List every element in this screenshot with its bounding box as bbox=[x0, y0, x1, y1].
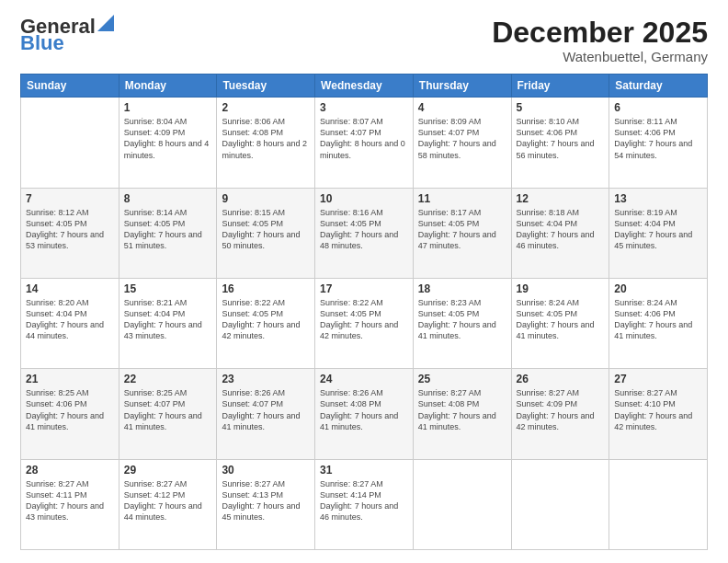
day-number: 14 bbox=[26, 282, 114, 295]
day-number: 18 bbox=[418, 282, 506, 295]
calendar-week-4: 21Sunrise: 8:25 AMSunset: 4:06 PMDayligh… bbox=[21, 369, 708, 459]
calendar-cell: 13Sunrise: 8:19 AMSunset: 4:04 PMDayligh… bbox=[609, 188, 708, 278]
calendar-cell: 15Sunrise: 8:21 AMSunset: 4:04 PMDayligh… bbox=[119, 278, 217, 368]
day-number: 28 bbox=[26, 464, 114, 477]
day-number: 17 bbox=[320, 282, 408, 295]
day-number: 22 bbox=[124, 373, 212, 385]
day-number: 21 bbox=[26, 373, 114, 385]
calendar-cell: 12Sunrise: 8:18 AMSunset: 4:04 PMDayligh… bbox=[511, 188, 609, 278]
day-number: 1 bbox=[124, 101, 212, 114]
calendar-cell: 30Sunrise: 8:27 AMSunset: 4:13 PMDayligh… bbox=[217, 459, 315, 549]
day-number: 20 bbox=[614, 282, 702, 295]
cell-info: Sunrise: 8:26 AMSunset: 4:08 PMDaylight:… bbox=[320, 387, 408, 432]
cell-info: Sunrise: 8:27 AMSunset: 4:08 PMDaylight:… bbox=[418, 387, 506, 432]
logo-icon bbox=[97, 15, 114, 31]
calendar-cell: 20Sunrise: 8:24 AMSunset: 4:06 PMDayligh… bbox=[609, 278, 708, 368]
cell-info: Sunrise: 8:24 AMSunset: 4:05 PMDaylight:… bbox=[517, 297, 605, 342]
cell-info: Sunrise: 8:20 AMSunset: 4:04 PMDaylight:… bbox=[26, 297, 114, 342]
calendar-cell: 4Sunrise: 8:09 AMSunset: 4:07 PMDaylight… bbox=[413, 98, 511, 188]
day-number: 29 bbox=[124, 464, 212, 477]
cell-info: Sunrise: 8:04 AMSunset: 4:09 PMDaylight:… bbox=[124, 116, 212, 161]
calendar-cell: 18Sunrise: 8:23 AMSunset: 4:05 PMDayligh… bbox=[413, 278, 511, 368]
col-saturday: Saturday bbox=[609, 75, 708, 98]
cell-info: Sunrise: 8:16 AMSunset: 4:05 PMDaylight:… bbox=[320, 207, 408, 252]
col-thursday: Thursday bbox=[413, 75, 511, 98]
logo: General Blue bbox=[20, 17, 114, 53]
cell-info: Sunrise: 8:27 AMSunset: 4:09 PMDaylight:… bbox=[517, 387, 605, 432]
header-right: December 2025 Watenbuettel, Germany bbox=[492, 17, 708, 64]
cell-info: Sunrise: 8:26 AMSunset: 4:07 PMDaylight:… bbox=[222, 387, 310, 432]
col-monday: Monday bbox=[119, 75, 217, 98]
calendar-cell: 16Sunrise: 8:22 AMSunset: 4:05 PMDayligh… bbox=[217, 278, 315, 368]
calendar-week-5: 28Sunrise: 8:27 AMSunset: 4:11 PMDayligh… bbox=[21, 459, 708, 549]
cell-info: Sunrise: 8:06 AMSunset: 4:08 PMDaylight:… bbox=[222, 116, 310, 161]
cell-info: Sunrise: 8:14 AMSunset: 4:05 PMDaylight:… bbox=[124, 207, 212, 252]
day-number: 16 bbox=[222, 282, 310, 295]
calendar-cell bbox=[511, 459, 609, 549]
calendar-cell bbox=[609, 459, 708, 549]
cell-info: Sunrise: 8:19 AMSunset: 4:04 PMDaylight:… bbox=[614, 207, 702, 252]
calendar-cell: 5Sunrise: 8:10 AMSunset: 4:06 PMDaylight… bbox=[511, 98, 609, 188]
location: Watenbuettel, Germany bbox=[492, 49, 708, 64]
calendar-cell: 28Sunrise: 8:27 AMSunset: 4:11 PMDayligh… bbox=[21, 459, 119, 549]
calendar-cell: 27Sunrise: 8:27 AMSunset: 4:10 PMDayligh… bbox=[609, 369, 708, 459]
calendar-cell bbox=[413, 459, 511, 549]
calendar-week-1: 1Sunrise: 8:04 AMSunset: 4:09 PMDaylight… bbox=[21, 98, 708, 188]
calendar-week-3: 14Sunrise: 8:20 AMSunset: 4:04 PMDayligh… bbox=[21, 278, 708, 368]
cell-info: Sunrise: 8:27 AMSunset: 4:14 PMDaylight:… bbox=[320, 478, 408, 523]
calendar-cell: 2Sunrise: 8:06 AMSunset: 4:08 PMDaylight… bbox=[217, 98, 315, 188]
cell-info: Sunrise: 8:25 AMSunset: 4:07 PMDaylight:… bbox=[124, 387, 212, 432]
day-number: 13 bbox=[614, 192, 702, 205]
calendar-cell bbox=[21, 98, 119, 188]
day-number: 12 bbox=[517, 192, 605, 205]
day-number: 8 bbox=[124, 192, 212, 205]
calendar-cell: 24Sunrise: 8:26 AMSunset: 4:08 PMDayligh… bbox=[315, 369, 414, 459]
calendar-cell: 7Sunrise: 8:12 AMSunset: 4:05 PMDaylight… bbox=[21, 188, 119, 278]
month-title: December 2025 bbox=[492, 17, 708, 49]
cell-info: Sunrise: 8:22 AMSunset: 4:05 PMDaylight:… bbox=[320, 297, 408, 342]
calendar-cell: 11Sunrise: 8:17 AMSunset: 4:05 PMDayligh… bbox=[413, 188, 511, 278]
calendar-cell: 17Sunrise: 8:22 AMSunset: 4:05 PMDayligh… bbox=[315, 278, 414, 368]
calendar-cell: 1Sunrise: 8:04 AMSunset: 4:09 PMDaylight… bbox=[119, 98, 217, 188]
calendar-cell: 29Sunrise: 8:27 AMSunset: 4:12 PMDayligh… bbox=[119, 459, 217, 549]
cell-info: Sunrise: 8:15 AMSunset: 4:05 PMDaylight:… bbox=[222, 207, 310, 252]
cell-info: Sunrise: 8:27 AMSunset: 4:12 PMDaylight:… bbox=[124, 478, 212, 523]
col-tuesday: Tuesday bbox=[217, 75, 315, 98]
cell-info: Sunrise: 8:27 AMSunset: 4:11 PMDaylight:… bbox=[26, 478, 114, 523]
svg-marker-0 bbox=[97, 15, 114, 31]
calendar-cell: 31Sunrise: 8:27 AMSunset: 4:14 PMDayligh… bbox=[315, 459, 414, 549]
cell-info: Sunrise: 8:24 AMSunset: 4:06 PMDaylight:… bbox=[614, 297, 702, 342]
col-friday: Friday bbox=[511, 75, 609, 98]
day-number: 3 bbox=[320, 101, 408, 114]
cell-info: Sunrise: 8:18 AMSunset: 4:04 PMDaylight:… bbox=[517, 207, 605, 252]
cell-info: Sunrise: 8:09 AMSunset: 4:07 PMDaylight:… bbox=[418, 116, 506, 161]
cell-info: Sunrise: 8:12 AMSunset: 4:05 PMDaylight:… bbox=[26, 207, 114, 252]
day-number: 4 bbox=[418, 101, 506, 114]
day-number: 26 bbox=[517, 373, 605, 385]
day-number: 31 bbox=[320, 464, 408, 477]
day-number: 25 bbox=[418, 373, 506, 385]
day-number: 6 bbox=[614, 101, 702, 114]
col-sunday: Sunday bbox=[21, 75, 119, 98]
day-number: 24 bbox=[320, 373, 408, 385]
cell-info: Sunrise: 8:23 AMSunset: 4:05 PMDaylight:… bbox=[418, 297, 506, 342]
cell-info: Sunrise: 8:21 AMSunset: 4:04 PMDaylight:… bbox=[124, 297, 212, 342]
page: General Blue December 2025 Watenbuettel,… bbox=[0, 0, 728, 563]
cell-info: Sunrise: 8:27 AMSunset: 4:13 PMDaylight:… bbox=[222, 478, 310, 523]
calendar-cell: 23Sunrise: 8:26 AMSunset: 4:07 PMDayligh… bbox=[217, 369, 315, 459]
day-number: 15 bbox=[124, 282, 212, 295]
calendar-cell: 19Sunrise: 8:24 AMSunset: 4:05 PMDayligh… bbox=[511, 278, 609, 368]
calendar-cell: 9Sunrise: 8:15 AMSunset: 4:05 PMDaylight… bbox=[217, 188, 315, 278]
calendar-header-row: Sunday Monday Tuesday Wednesday Thursday… bbox=[21, 75, 708, 98]
calendar-cell: 14Sunrise: 8:20 AMSunset: 4:04 PMDayligh… bbox=[21, 278, 119, 368]
calendar-cell: 22Sunrise: 8:25 AMSunset: 4:07 PMDayligh… bbox=[119, 369, 217, 459]
day-number: 10 bbox=[320, 192, 408, 205]
calendar-cell: 3Sunrise: 8:07 AMSunset: 4:07 PMDaylight… bbox=[315, 98, 414, 188]
col-wednesday: Wednesday bbox=[315, 75, 414, 98]
cell-info: Sunrise: 8:27 AMSunset: 4:10 PMDaylight:… bbox=[614, 387, 702, 432]
day-number: 5 bbox=[517, 101, 605, 114]
day-number: 30 bbox=[222, 464, 310, 477]
cell-info: Sunrise: 8:11 AMSunset: 4:06 PMDaylight:… bbox=[614, 116, 702, 161]
cell-info: Sunrise: 8:07 AMSunset: 4:07 PMDaylight:… bbox=[320, 116, 408, 161]
cell-info: Sunrise: 8:22 AMSunset: 4:05 PMDaylight:… bbox=[222, 297, 310, 342]
